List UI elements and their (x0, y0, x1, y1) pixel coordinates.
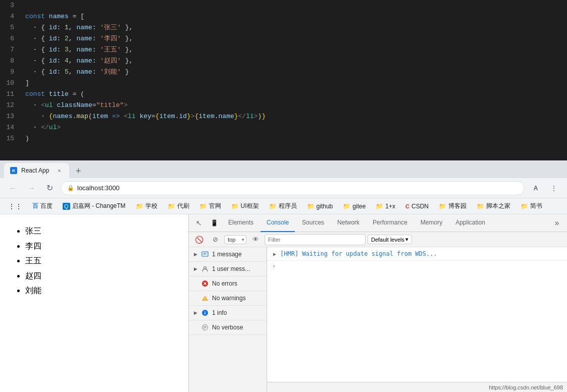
url-bar[interactable]: 🔒 localhost:3000 (61, 181, 525, 195)
more-tabs-button[interactable]: » (550, 216, 564, 230)
console-message-text: [HMR] Waiting for update signal from WDS… (280, 250, 437, 257)
clear-console-button[interactable]: 🚫 (192, 233, 206, 247)
filter-input[interactable] (265, 234, 366, 245)
verbose-icon (201, 323, 209, 331)
error-icon (201, 279, 209, 288)
apps-icon: ⋮⋮ (8, 202, 22, 210)
context-selector[interactable]: top (224, 235, 246, 244)
folder8-icon: 📁 (376, 203, 383, 210)
expand-icon: ▶ (193, 252, 198, 257)
device-button[interactable]: 📱 (207, 216, 221, 230)
message-expand-arrow[interactable]: ▶ (273, 251, 276, 257)
warnings-count: No warnings (212, 295, 246, 302)
folder4-icon: 📁 (231, 203, 239, 210)
message-icon (201, 250, 209, 258)
message-detail-row: › (267, 261, 567, 271)
bookmark-jiaoben[interactable]: 📁 脚本之家 (473, 200, 514, 212)
folder2-icon: 📁 (168, 203, 175, 210)
folder6-icon: 📁 (307, 203, 315, 210)
sidebar-user-messages[interactable]: ▶ 1 user mess... (189, 262, 267, 276)
folder11-icon: 📁 (521, 203, 528, 210)
url-text: localhost:3000 (77, 184, 120, 192)
tab-console[interactable]: Console (261, 214, 295, 232)
bookmark-programmer[interactable]: 📁 程序员 (265, 200, 301, 212)
browser-content: 张三 李四 王五 赵四 刘能 ↖ 📱 Elements Console Sour… (0, 214, 567, 392)
devtools-panel: ↖ 📱 Elements Console Sources Network Per… (188, 214, 567, 392)
sidebar-warnings[interactable]: ▶ No warnings (189, 291, 267, 306)
info-icon (201, 309, 209, 317)
chevron-down-icon: ▾ (405, 236, 408, 243)
bookmarks-bar: ⋮⋮ 百 百度 Q 启嘉网 - ChangeTM 📁 学校 📁 代刷 📁 官网 … (0, 198, 567, 214)
baidu-icon: 百 (32, 202, 38, 210)
back-button[interactable]: ← (6, 181, 20, 195)
forward-button[interactable]: → (24, 181, 38, 195)
inspect-button[interactable]: ↖ (192, 216, 206, 230)
tab-memory[interactable]: Memory (415, 214, 448, 232)
bookmark-1x[interactable]: 📁 1+x (372, 201, 399, 212)
bookmark-gitee[interactable]: 📁 gitee (339, 201, 370, 212)
console-message-row: ▶ [HMR] Waiting for update signal from W… (267, 247, 567, 261)
console-filter-button[interactable]: ⊘ (208, 233, 222, 247)
tab-close-button[interactable]: × (55, 166, 63, 175)
lock-icon: 🔒 (67, 185, 74, 191)
folder7-icon: 📁 (343, 203, 350, 210)
verbose-count: No verbose (212, 324, 243, 331)
eye-button[interactable]: 👁 (248, 233, 263, 247)
tab-bar: R React App × + (0, 160, 567, 178)
svg-point-12 (204, 311, 205, 312)
browser-tab[interactable]: R React App × (4, 163, 69, 178)
console-toolbar: 🚫 ⊘ top 👁 Default levels ▾ (189, 232, 567, 247)
line-numbers: 3 4 5 6 7 8 9 10 11 12 13 14 15 (0, 0, 20, 160)
tab-elements[interactable]: Elements (222, 214, 260, 232)
code-content: const names = [ · { id: 1, name: '张三' },… (20, 0, 567, 160)
list-item: 赵四 (25, 269, 178, 283)
tab-title: React App (21, 167, 49, 174)
sidebar-messages[interactable]: ▶ 1 message (189, 247, 267, 262)
tab-network[interactable]: Network (331, 214, 366, 232)
list-item: 王五 (25, 254, 178, 267)
context-select[interactable]: top (224, 235, 246, 244)
bookmark-baidu[interactable]: 百 百度 (28, 200, 57, 212)
code-editor: 3 4 5 6 7 8 9 10 11 12 13 14 15 const na… (0, 0, 567, 160)
tab-application[interactable]: Application (449, 214, 491, 232)
bookmark-school[interactable]: 📁 学校 (132, 200, 162, 212)
sidebar-errors[interactable]: ▶ No errors (189, 276, 267, 291)
bookmark-csdn[interactable]: C CSDN (401, 201, 433, 212)
favicon: R (10, 167, 17, 174)
expand-icon5: ▶ (193, 310, 198, 315)
tab-performance[interactable]: Performance (367, 214, 414, 232)
tab-sources[interactable]: Sources (296, 214, 330, 232)
user-icon (201, 265, 209, 273)
refresh-button[interactable]: ↻ (42, 181, 57, 195)
new-tab-button[interactable]: + (71, 164, 85, 178)
bookmark-jianshu[interactable]: 📁 简书 (517, 200, 546, 212)
sidebar-info[interactable]: ▶ 1 info (189, 306, 267, 320)
status-url: https://blog.csdn.net/blue_698 (489, 384, 563, 390)
messages-count: 1 message (212, 251, 242, 258)
expand-icon2: ▶ (193, 266, 198, 271)
browser-frame: R React App × + ← → ↻ 🔒 localhost:3000 A… (0, 160, 567, 214)
name-list: 张三 李四 王五 赵四 刘能 (10, 225, 178, 297)
sidebar-verbose[interactable]: ▶ No verbose (189, 320, 267, 335)
list-item: 张三 (25, 225, 178, 238)
extensions-button[interactable]: ⋮ (547, 181, 561, 195)
folder-icon: 📁 (136, 203, 143, 210)
address-bar: ← → ↻ 🔒 localhost:3000 A ⋮ (0, 178, 567, 198)
translate-button[interactable]: A (529, 181, 543, 195)
console-area: ▶ 1 message ▶ 1 user mess... (189, 247, 567, 392)
webpage: 张三 李四 王五 赵四 刘能 (0, 214, 188, 392)
bookmark-ui[interactable]: 📁 UI框架 (227, 200, 263, 212)
qijia-icon: Q (63, 203, 70, 210)
bookmark-github[interactable]: 📁 github (303, 201, 337, 212)
default-levels-button[interactable]: Default levels ▾ (368, 235, 412, 244)
bookmark-daoshua[interactable]: 📁 代刷 (164, 200, 193, 212)
bookmark-apps[interactable]: ⋮⋮ (4, 200, 26, 212)
chevron-right-icon: › (273, 263, 275, 269)
info-count: 1 info (212, 309, 227, 316)
levels-label: Default levels (371, 237, 404, 243)
console-sidebar: ▶ 1 message ▶ 1 user mess... (189, 247, 267, 392)
bookmark-cnblogs[interactable]: 📁 博客园 (435, 200, 471, 212)
list-item: 刘能 (25, 284, 178, 297)
bookmark-guanwang[interactable]: 📁 官网 (195, 200, 225, 212)
bookmark-qijia[interactable]: Q 启嘉网 - ChangeTM (59, 200, 130, 212)
